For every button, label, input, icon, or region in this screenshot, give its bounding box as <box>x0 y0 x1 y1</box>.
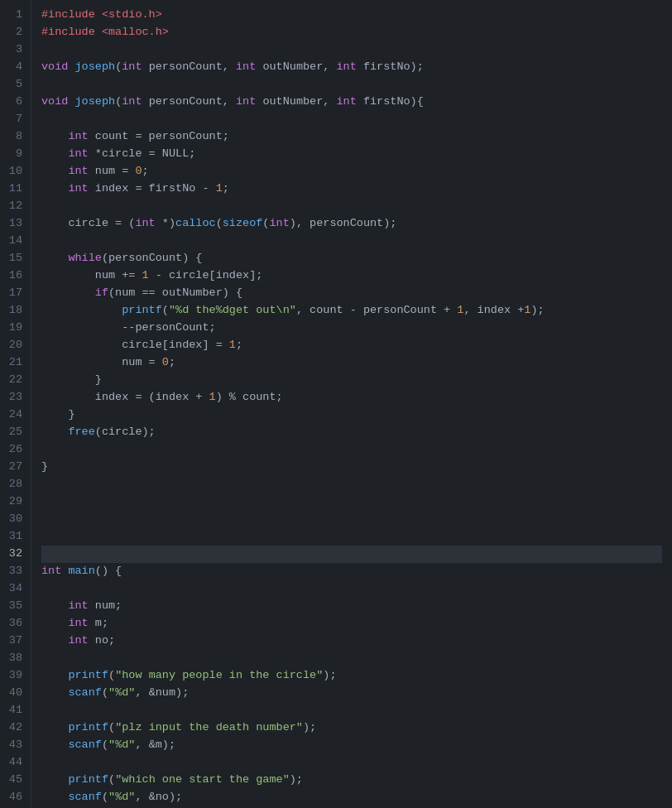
token-plain: firstNo){ <box>363 94 424 111</box>
token-punct: ( <box>216 215 223 233</box>
token-punct: ( <box>262 215 269 233</box>
token-kw-int: int <box>68 632 94 650</box>
token-plain: } <box>41 372 102 389</box>
code-line: int *circle = NULL; <box>41 146 662 163</box>
line-number: 19 <box>7 320 22 337</box>
token-plain: outNumber, <box>262 94 336 111</box>
token-plain: (personCount) { <box>102 250 203 267</box>
code-line <box>41 476 662 493</box>
token-plain <box>41 163 68 180</box>
token-num: 1 <box>142 267 149 285</box>
code-line: circle = (int *)calloc(sizeof(int), pers… <box>41 215 662 233</box>
token-str: "%d the%dget out\n" <box>169 302 296 320</box>
token-plain: num += <box>41 267 142 285</box>
code-line: int num; <box>41 598 662 615</box>
token-plain <box>41 789 68 806</box>
token-plain: , &no); <box>135 789 182 806</box>
token-plain: num = <box>41 354 162 372</box>
token-plain: ), personCount); <box>290 215 397 233</box>
token-fn: main <box>68 563 94 580</box>
token-kw-while: while <box>68 250 102 267</box>
token-plain: m; <box>95 615 108 632</box>
code-line <box>41 528 662 546</box>
token-plain: ) % count; <box>216 389 283 406</box>
token-plain <box>41 685 68 702</box>
code-line <box>41 580 662 598</box>
code-line: } <box>41 372 662 389</box>
token-plain: ; <box>223 180 229 198</box>
token-plain: ; <box>142 163 149 180</box>
token-str: "which one start the game" <box>115 772 290 789</box>
token-kw-void: void <box>41 94 75 111</box>
token-kw-void: void <box>41 59 75 76</box>
token-plain: *) <box>162 215 175 233</box>
code-line: int num = 0; <box>41 163 662 180</box>
code-line: index = (index + 1) % count; <box>41 389 662 406</box>
token-str: "%d" <box>108 685 135 702</box>
code-line <box>41 511 662 528</box>
line-number: 34 <box>7 580 22 598</box>
token-plain: - circle[index]; <box>149 267 263 285</box>
token-kw-int: int <box>41 563 68 580</box>
token-plain: count = personCount; <box>95 128 229 146</box>
token-num: 1 <box>457 302 463 320</box>
token-plain: *circle = NULL; <box>95 146 196 163</box>
token-plain: personCount, <box>149 94 236 111</box>
token-plain <box>41 615 68 632</box>
token-plain: , index + <box>463 302 524 320</box>
code-area[interactable]: #include <stdio.h>#include <malloc.h> vo… <box>31 0 672 808</box>
token-kw-int: int <box>337 94 363 111</box>
code-line: void joseph(int personCount, int outNumb… <box>41 59 662 76</box>
code-line: #include <stdio.h> <box>41 7 662 24</box>
token-fn: scanf <box>68 789 102 806</box>
line-number: 43 <box>7 737 22 754</box>
token-punct: ( <box>115 94 122 111</box>
token-punct: ( <box>102 789 108 806</box>
token-punct: ( <box>115 59 122 76</box>
line-number: 12 <box>7 198 22 215</box>
line-number: 25 <box>7 424 22 441</box>
code-line <box>41 546 662 563</box>
token-plain: index = (index + <box>41 389 209 406</box>
token-kw-int: int <box>135 215 161 233</box>
token-macro: #include <malloc.h> <box>41 24 169 41</box>
token-plain <box>41 285 95 302</box>
token-kw-int: int <box>236 94 262 111</box>
code-line <box>41 441 662 459</box>
line-number: 2 <box>7 24 22 41</box>
code-line: num += 1 - circle[index]; <box>41 267 662 285</box>
token-num: 0 <box>135 163 142 180</box>
line-number: 20 <box>7 337 22 354</box>
line-number: 16 <box>7 267 22 285</box>
token-fn: printf <box>68 772 108 789</box>
token-plain: num = <box>95 163 136 180</box>
token-kw-int: int <box>68 598 94 615</box>
token-str: "%d" <box>108 737 135 754</box>
token-plain <box>41 667 68 685</box>
line-number: 38 <box>7 650 22 667</box>
token-plain <box>41 772 68 789</box>
line-number: 36 <box>7 615 22 632</box>
line-number: 44 <box>7 754 22 772</box>
code-line: int main() { <box>41 563 662 580</box>
token-fn: printf <box>122 302 162 320</box>
line-number: 4 <box>7 59 22 76</box>
line-number: 17 <box>7 285 22 302</box>
code-line: int m; <box>41 615 662 632</box>
token-plain: --personCount; <box>41 320 216 337</box>
line-number: 37 <box>7 632 22 650</box>
line-number: 11 <box>7 180 22 198</box>
token-plain: ; <box>169 354 175 372</box>
token-plain: outNumber, <box>262 59 336 76</box>
token-str: "how many people in the circle" <box>115 667 323 685</box>
token-plain: personCount, <box>149 59 236 76</box>
token-kw-int: int <box>236 59 262 76</box>
line-number: 1 <box>7 7 22 24</box>
line-number: 6 <box>7 94 22 111</box>
token-kw-if: if <box>95 285 108 302</box>
code-line <box>41 233 662 250</box>
token-fn: printf <box>68 719 108 737</box>
line-number: 15 <box>7 250 22 267</box>
token-fn: joseph <box>75 94 116 111</box>
token-str: "plz input the death number" <box>115 719 303 737</box>
